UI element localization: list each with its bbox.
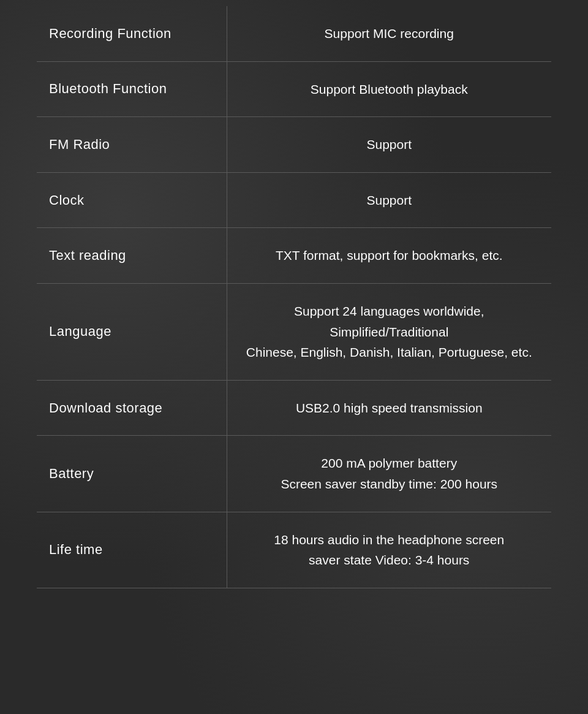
row-life-time: Life time18 hours audio in the headphone…: [37, 512, 551, 588]
row-clock: ClockSupport: [37, 172, 551, 228]
row-language: LanguageSupport 24 languages worldwide, …: [37, 283, 551, 380]
specifications-table: Recording FunctionSupport MIC recordingB…: [37, 6, 551, 588]
value-battery: 200 mA polymer batteryScreen saver stand…: [227, 436, 551, 512]
label-clock: Clock: [37, 172, 227, 228]
row-fm-radio: FM RadioSupport: [37, 117, 551, 173]
value-clock: Support: [227, 172, 551, 228]
row-text-reading: Text readingTXT format, support for book…: [37, 228, 551, 284]
label-battery: Battery: [37, 436, 227, 512]
row-battery: Battery200 mA polymer batteryScreen save…: [37, 436, 551, 512]
value-recording-function: Support MIC recording: [227, 6, 551, 61]
label-language: Language: [37, 283, 227, 380]
label-text-reading: Text reading: [37, 228, 227, 284]
value-text-reading: TXT format, support for bookmarks, etc.: [227, 228, 551, 284]
label-download-storage: Download storage: [37, 380, 227, 436]
row-download-storage: Download storageUSB2.0 high speed transm…: [37, 380, 551, 436]
value-life-time: 18 hours audio in the headphone screensa…: [227, 512, 551, 588]
spec-table-container: Recording FunctionSupport MIC recordingB…: [0, 0, 588, 594]
row-recording-function: Recording FunctionSupport MIC recording: [37, 6, 551, 61]
label-fm-radio: FM Radio: [37, 117, 227, 173]
row-bluetooth-function: Bluetooth FunctionSupport Bluetooth play…: [37, 61, 551, 117]
value-language: Support 24 languages worldwide, Simplifi…: [227, 283, 551, 380]
value-download-storage: USB2.0 high speed transmission: [227, 380, 551, 436]
label-bluetooth-function: Bluetooth Function: [37, 61, 227, 117]
value-fm-radio: Support: [227, 117, 551, 173]
value-bluetooth-function: Support Bluetooth playback: [227, 61, 551, 117]
label-life-time: Life time: [37, 512, 227, 588]
label-recording-function: Recording Function: [37, 6, 227, 61]
